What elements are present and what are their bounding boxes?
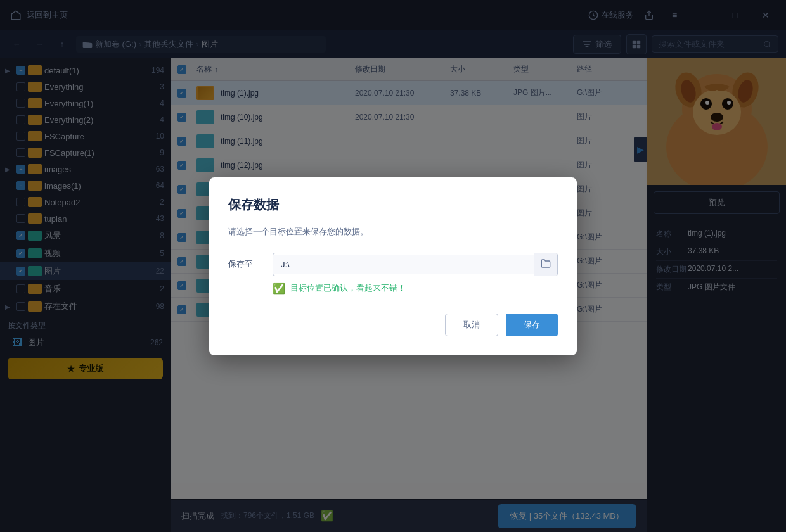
modal-save-to-row: 保存至 [228,253,558,276]
save-button[interactable]: 保存 [506,314,558,336]
modal-overlay: 保存数据 请选择一个目标位置来保存您的数据。 保存至 ✅ 目标位置已确认，看起来… [0,0,786,532]
save-data-modal: 保存数据 请选择一个目标位置来保存您的数据。 保存至 ✅ 目标位置已确认，看起来… [209,177,577,355]
modal-description: 请选择一个目标位置来保存您的数据。 [228,226,558,238]
browse-folder-button[interactable] [534,253,557,276]
modal-title: 保存数据 [228,196,558,213]
modal-footer: 取消 保存 [228,314,558,336]
modal-success-message: ✅ 目标位置已确认，看起来不错！ [273,282,558,294]
modal-input-wrapper [273,253,558,276]
modal-save-to-label: 保存至 [228,258,266,270]
success-check-icon: ✅ [273,282,285,294]
save-path-input[interactable] [273,255,534,274]
cancel-button[interactable]: 取消 [445,314,498,336]
